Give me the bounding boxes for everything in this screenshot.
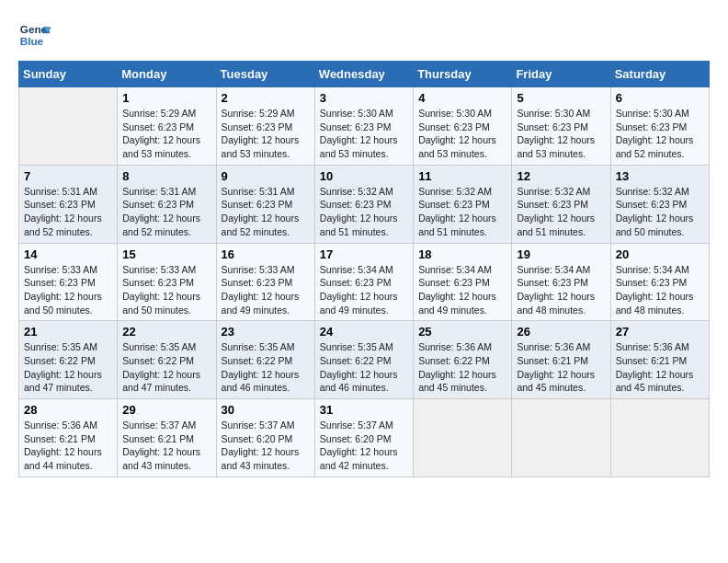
day-cell: 25Sunrise: 5:36 AM Sunset: 6:22 PM Dayli… bbox=[414, 321, 512, 399]
cell-info: Sunrise: 5:35 AM Sunset: 6:22 PM Dayligh… bbox=[24, 340, 112, 395]
svg-text:Blue: Blue bbox=[20, 35, 44, 47]
day-number: 10 bbox=[320, 169, 408, 183]
day-number: 31 bbox=[320, 403, 408, 417]
day-number: 23 bbox=[222, 325, 310, 339]
day-number: 3 bbox=[320, 91, 408, 105]
day-number: 6 bbox=[616, 91, 704, 105]
day-cell: 16Sunrise: 5:33 AM Sunset: 6:23 PM Dayli… bbox=[216, 243, 314, 321]
week-row-5: 28Sunrise: 5:36 AM Sunset: 6:21 PM Dayli… bbox=[19, 399, 710, 477]
day-cell: 26Sunrise: 5:36 AM Sunset: 6:21 PM Dayli… bbox=[512, 321, 610, 399]
col-header-saturday: Saturday bbox=[610, 62, 709, 87]
cell-info: Sunrise: 5:33 AM Sunset: 6:23 PM Dayligh… bbox=[122, 263, 210, 317]
week-row-3: 14Sunrise: 5:33 AM Sunset: 6:23 PM Dayli… bbox=[19, 243, 710, 321]
logo: General Blue bbox=[18, 18, 51, 52]
day-cell bbox=[610, 399, 709, 477]
day-cell: 7Sunrise: 5:31 AM Sunset: 6:23 PM Daylig… bbox=[19, 165, 118, 243]
cell-info: Sunrise: 5:32 AM Sunset: 6:23 PM Dayligh… bbox=[320, 185, 408, 239]
cell-info: Sunrise: 5:32 AM Sunset: 6:23 PM Dayligh… bbox=[517, 185, 605, 239]
col-header-friday: Friday bbox=[512, 62, 610, 87]
day-cell: 12Sunrise: 5:32 AM Sunset: 6:23 PM Dayli… bbox=[512, 165, 610, 243]
day-cell: 4Sunrise: 5:30 AM Sunset: 6:23 PM Daylig… bbox=[414, 87, 512, 166]
day-number: 24 bbox=[320, 325, 408, 339]
day-cell: 27Sunrise: 5:36 AM Sunset: 6:21 PM Dayli… bbox=[610, 321, 709, 399]
header: General Blue bbox=[18, 18, 710, 52]
day-number: 26 bbox=[517, 325, 605, 339]
day-cell: 17Sunrise: 5:34 AM Sunset: 6:23 PM Dayli… bbox=[314, 243, 413, 321]
day-cell: 9Sunrise: 5:31 AM Sunset: 6:23 PM Daylig… bbox=[216, 165, 314, 243]
cell-info: Sunrise: 5:36 AM Sunset: 6:22 PM Dayligh… bbox=[418, 340, 506, 395]
day-number: 17 bbox=[320, 247, 408, 261]
day-cell: 11Sunrise: 5:32 AM Sunset: 6:23 PM Dayli… bbox=[414, 165, 512, 243]
day-cell: 28Sunrise: 5:36 AM Sunset: 6:21 PM Dayli… bbox=[19, 399, 118, 477]
cell-info: Sunrise: 5:34 AM Sunset: 6:23 PM Dayligh… bbox=[517, 263, 605, 317]
day-number: 27 bbox=[616, 325, 704, 339]
cell-info: Sunrise: 5:30 AM Sunset: 6:23 PM Dayligh… bbox=[517, 107, 605, 161]
day-cell: 18Sunrise: 5:34 AM Sunset: 6:23 PM Dayli… bbox=[414, 243, 512, 321]
cell-info: Sunrise: 5:32 AM Sunset: 6:23 PM Dayligh… bbox=[418, 185, 506, 239]
col-header-thursday: Thursday bbox=[414, 62, 512, 87]
day-number: 16 bbox=[222, 247, 310, 261]
day-number: 13 bbox=[616, 169, 704, 183]
day-cell: 15Sunrise: 5:33 AM Sunset: 6:23 PM Dayli… bbox=[118, 243, 216, 321]
cell-info: Sunrise: 5:34 AM Sunset: 6:23 PM Dayligh… bbox=[418, 263, 506, 317]
day-cell bbox=[19, 87, 118, 166]
day-number: 7 bbox=[24, 169, 112, 183]
day-number: 19 bbox=[517, 247, 605, 261]
day-cell: 29Sunrise: 5:37 AM Sunset: 6:21 PM Dayli… bbox=[118, 399, 216, 477]
day-number: 11 bbox=[418, 169, 506, 183]
day-number: 30 bbox=[222, 403, 310, 417]
day-cell: 13Sunrise: 5:32 AM Sunset: 6:23 PM Dayli… bbox=[610, 165, 709, 243]
day-number: 8 bbox=[122, 169, 210, 183]
cell-info: Sunrise: 5:36 AM Sunset: 6:21 PM Dayligh… bbox=[24, 419, 112, 473]
cell-info: Sunrise: 5:30 AM Sunset: 6:23 PM Dayligh… bbox=[320, 107, 408, 161]
cell-info: Sunrise: 5:31 AM Sunset: 6:23 PM Dayligh… bbox=[222, 185, 310, 239]
col-header-wednesday: Wednesday bbox=[314, 62, 413, 87]
cell-info: Sunrise: 5:36 AM Sunset: 6:21 PM Dayligh… bbox=[517, 340, 605, 395]
cell-info: Sunrise: 5:34 AM Sunset: 6:23 PM Dayligh… bbox=[320, 263, 408, 317]
day-number: 2 bbox=[222, 91, 310, 105]
day-number: 4 bbox=[418, 91, 506, 105]
day-cell: 10Sunrise: 5:32 AM Sunset: 6:23 PM Dayli… bbox=[314, 165, 413, 243]
cell-info: Sunrise: 5:37 AM Sunset: 6:20 PM Dayligh… bbox=[222, 419, 310, 473]
cell-info: Sunrise: 5:29 AM Sunset: 6:23 PM Dayligh… bbox=[222, 107, 310, 161]
cell-info: Sunrise: 5:37 AM Sunset: 6:21 PM Dayligh… bbox=[122, 419, 210, 473]
day-cell: 22Sunrise: 5:35 AM Sunset: 6:22 PM Dayli… bbox=[118, 321, 216, 399]
cell-info: Sunrise: 5:36 AM Sunset: 6:21 PM Dayligh… bbox=[616, 340, 704, 395]
day-number: 15 bbox=[122, 247, 210, 261]
col-header-sunday: Sunday bbox=[19, 62, 118, 87]
col-header-monday: Monday bbox=[118, 62, 216, 87]
week-row-4: 21Sunrise: 5:35 AM Sunset: 6:22 PM Dayli… bbox=[19, 321, 710, 399]
day-cell: 1Sunrise: 5:29 AM Sunset: 6:23 PM Daylig… bbox=[118, 87, 216, 166]
cell-info: Sunrise: 5:35 AM Sunset: 6:22 PM Dayligh… bbox=[122, 340, 210, 395]
day-cell: 23Sunrise: 5:35 AM Sunset: 6:22 PM Dayli… bbox=[216, 321, 314, 399]
cell-info: Sunrise: 5:31 AM Sunset: 6:23 PM Dayligh… bbox=[24, 185, 112, 239]
day-cell: 19Sunrise: 5:34 AM Sunset: 6:23 PM Dayli… bbox=[512, 243, 610, 321]
cell-info: Sunrise: 5:33 AM Sunset: 6:23 PM Dayligh… bbox=[24, 263, 112, 317]
day-number: 29 bbox=[122, 403, 210, 417]
cell-info: Sunrise: 5:31 AM Sunset: 6:23 PM Dayligh… bbox=[122, 185, 210, 239]
cell-info: Sunrise: 5:37 AM Sunset: 6:20 PM Dayligh… bbox=[320, 419, 408, 473]
cell-info: Sunrise: 5:29 AM Sunset: 6:23 PM Dayligh… bbox=[122, 107, 210, 161]
week-row-1: 1Sunrise: 5:29 AM Sunset: 6:23 PM Daylig… bbox=[19, 87, 710, 166]
calendar-table: SundayMondayTuesdayWednesdayThursdayFrid… bbox=[18, 61, 710, 477]
cell-info: Sunrise: 5:34 AM Sunset: 6:23 PM Dayligh… bbox=[616, 263, 704, 317]
day-cell: 3Sunrise: 5:30 AM Sunset: 6:23 PM Daylig… bbox=[314, 87, 413, 166]
day-number: 28 bbox=[24, 403, 112, 417]
day-cell: 8Sunrise: 5:31 AM Sunset: 6:23 PM Daylig… bbox=[118, 165, 216, 243]
day-cell: 31Sunrise: 5:37 AM Sunset: 6:20 PM Dayli… bbox=[314, 399, 413, 477]
day-number: 25 bbox=[418, 325, 506, 339]
cell-info: Sunrise: 5:33 AM Sunset: 6:23 PM Dayligh… bbox=[222, 263, 310, 317]
day-cell: 20Sunrise: 5:34 AM Sunset: 6:23 PM Dayli… bbox=[610, 243, 709, 321]
cell-info: Sunrise: 5:30 AM Sunset: 6:23 PM Dayligh… bbox=[418, 107, 506, 161]
day-cell: 24Sunrise: 5:35 AM Sunset: 6:22 PM Dayli… bbox=[314, 321, 413, 399]
cell-info: Sunrise: 5:32 AM Sunset: 6:23 PM Dayligh… bbox=[616, 185, 704, 239]
week-row-2: 7Sunrise: 5:31 AM Sunset: 6:23 PM Daylig… bbox=[19, 165, 710, 243]
day-number: 5 bbox=[517, 91, 605, 105]
day-number: 12 bbox=[517, 169, 605, 183]
cell-info: Sunrise: 5:35 AM Sunset: 6:22 PM Dayligh… bbox=[320, 340, 408, 395]
day-number: 1 bbox=[122, 91, 210, 105]
day-number: 9 bbox=[222, 169, 310, 183]
day-number: 21 bbox=[24, 325, 112, 339]
day-number: 22 bbox=[122, 325, 210, 339]
day-cell: 21Sunrise: 5:35 AM Sunset: 6:22 PM Dayli… bbox=[19, 321, 118, 399]
